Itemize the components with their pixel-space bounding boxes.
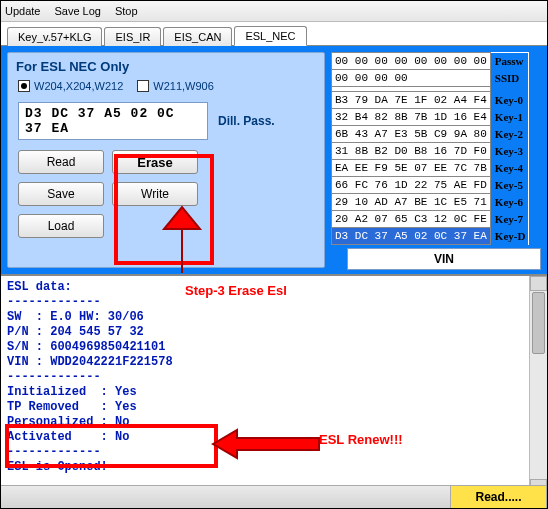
tab-eis-can[interactable]: EIS_CAN [163,27,232,46]
write-button[interactable]: Write [112,182,198,206]
esl-panel: For ESL NEC Only W204,X204,W212 W211,W90… [7,52,325,268]
read-button[interactable]: Read [18,150,104,174]
menu-update[interactable]: Update [5,5,40,17]
menu-save-log[interactable]: Save Log [54,5,100,17]
keys-table: 00 00 00 00 00 00 00 00Passw 00 00 00 00… [331,52,543,245]
menu-bar: Update Save Log Stop [1,1,547,22]
save-button[interactable]: Save [18,182,104,206]
dealer-pass-field[interactable]: D3 DC 37 A5 02 0C 37 EA [18,102,208,140]
scroll-thumb[interactable] [532,292,545,354]
scroll-up-icon[interactable] [530,276,547,291]
status-left [1,486,451,508]
status-read: Read..... [451,486,547,508]
radio-w211[interactable]: W211,W906 [137,80,214,92]
vin-field[interactable]: VIN [347,248,541,270]
annotation-renew-label: ESL Renew!!! [319,432,403,447]
annotation-step3-label: Step-3 Erase Esl [185,283,287,298]
tab-strip: Key_v.57+KLG EIS_IR EIS_CAN ESL_NEC [1,22,547,46]
tab-eis-ir[interactable]: EIS_IR [104,27,161,46]
radio-w204[interactable]: W204,X204,W212 [18,80,123,92]
status-bar: Read..... [1,485,547,508]
log-panel: ESL data: ------------- SW : E.0 HW: 30/… [1,274,547,494]
dealer-pass-label: Dill. Pass. [218,114,275,128]
load-button[interactable]: Load [18,214,104,238]
erase-button[interactable]: Erase [112,150,198,174]
menu-stop[interactable]: Stop [115,5,138,17]
tab-esl-nec[interactable]: ESL_NEC [234,26,306,46]
tab-key-klg[interactable]: Key_v.57+KLG [7,27,102,46]
log-text: ESL data: ------------- SW : E.0 HW: 30/… [1,276,529,494]
panel-title: For ESL NEC Only [8,53,324,76]
scrollbar[interactable] [529,276,547,494]
radio-w211-label: W211,W906 [153,80,214,92]
work-area: For ESL NEC Only W204,X204,W212 W211,W90… [1,46,547,274]
radio-w204-label: W204,X204,W212 [34,80,123,92]
